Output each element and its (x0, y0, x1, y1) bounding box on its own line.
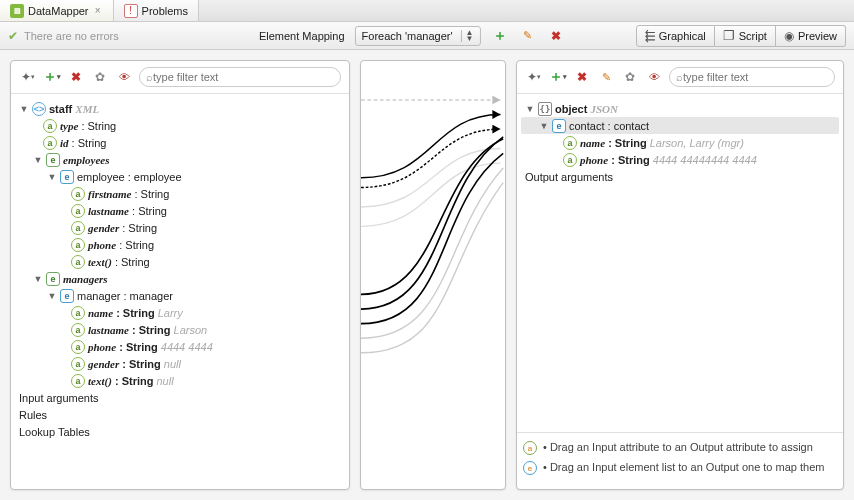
node-label: lastname : String Larson (88, 324, 207, 336)
expand-icon[interactable]: ▼ (525, 104, 535, 114)
delete-mapping-button[interactable]: ✖ (547, 27, 565, 45)
node-input-arguments[interactable]: Input arguments (15, 389, 345, 406)
xml-icon: <> (32, 102, 46, 116)
node-mgr-gender[interactable]: agender : String null (15, 355, 345, 372)
node-staff-id[interactable]: a id : String (15, 134, 345, 151)
delete-button[interactable]: ✖ (573, 68, 591, 86)
hide-button[interactable]: 👁 (645, 68, 663, 86)
settings-button[interactable]: ✿ (621, 68, 639, 86)
node-staff-type[interactable]: a type : String (15, 117, 345, 134)
node-emp-phone[interactable]: aphone : String (15, 236, 345, 253)
node-label: id : String (60, 137, 106, 149)
view-graphical-button[interactable]: ⬱ Graphical (636, 25, 715, 47)
input-search-field[interactable] (153, 71, 334, 83)
node-managers[interactable]: ▼ e managers (15, 270, 345, 287)
node-employee[interactable]: ▼ e employee : employee (15, 168, 345, 185)
node-employees[interactable]: ▼ e employees (15, 151, 345, 168)
input-toolbar: ✦▾ ＋▾ ✖ ✿ 👁 ⌕ (11, 61, 349, 94)
expand-icon[interactable]: ▼ (33, 155, 43, 165)
element-icon: e (46, 153, 60, 167)
add-mapping-button[interactable]: ＋ (491, 27, 509, 45)
node-label: text() : String null (88, 375, 174, 387)
graphical-icon: ⬱ (645, 29, 655, 42)
hint-elem-text: • Drag an Input element list to an Outpu… (543, 461, 824, 473)
node-emp-text[interactable]: atext() : String (15, 253, 345, 270)
node-mgr-text[interactable]: atext() : String null (15, 372, 345, 389)
tab-problems[interactable]: ! Problems (114, 0, 199, 21)
input-tree[interactable]: ▼ <> staff XML a type : String a id : St… (11, 94, 349, 489)
mapping-canvas[interactable] (360, 60, 506, 490)
close-icon[interactable]: × (93, 6, 103, 16)
add-button[interactable]: ＋▾ (549, 68, 567, 86)
tab-label: Problems (142, 5, 188, 17)
settings-button[interactable]: ✿ (91, 68, 109, 86)
view-preview-button[interactable]: ◉ Preview (776, 25, 846, 47)
node-output-arguments[interactable]: Output arguments (521, 168, 839, 185)
element-icon: e (46, 272, 60, 286)
search-icon: ⌕ (146, 71, 153, 83)
node-label: lastname : String (88, 205, 167, 217)
node-staff[interactable]: ▼ <> staff XML (15, 100, 345, 117)
input-panel: ✦▾ ＋▾ ✖ ✿ 👁 ⌕ ▼ <> staff XML a type : St… (10, 60, 350, 490)
node-manager[interactable]: ▼ e manager : manager (15, 287, 345, 304)
node-emp-gender[interactable]: agender : String (15, 219, 345, 236)
problems-tab-icon: ! (124, 4, 138, 18)
attr-icon: a (71, 306, 85, 320)
node-label: Lookup Tables (19, 426, 90, 438)
wand-button[interactable]: ✦▾ (19, 68, 37, 86)
node-emp-lastname[interactable]: alastname : String (15, 202, 345, 219)
attr-icon: a (43, 119, 57, 133)
attr-icon: a (43, 136, 57, 150)
node-label: managers (63, 273, 108, 285)
view-script-button[interactable]: ❐ Script (715, 25, 776, 47)
foreach-dropdown[interactable]: Foreach 'manager' ▲▼ (355, 26, 481, 46)
add-button[interactable]: ＋▾ (43, 68, 61, 86)
expand-icon[interactable]: ▼ (33, 274, 43, 284)
node-lookup-tables[interactable]: Lookup Tables (15, 423, 345, 440)
node-out-name[interactable]: aname : String Larson, Larry (mgr) (521, 134, 839, 151)
node-label: phone : String (88, 239, 154, 251)
node-mgr-name[interactable]: aname : String Larry (15, 304, 345, 321)
hint-attr-text: • Drag an Input attribute to an Output a… (543, 441, 813, 453)
attr-icon: a (71, 340, 85, 354)
expand-icon[interactable]: ▼ (539, 121, 549, 131)
workspace: ✦▾ ＋▾ ✖ ✿ 👁 ⌕ ▼ <> staff XML a type : St… (0, 50, 854, 500)
check-icon: ✔ (8, 29, 18, 43)
node-emp-firstname[interactable]: afirstname : String (15, 185, 345, 202)
node-rules[interactable]: Rules (15, 406, 345, 423)
node-contact[interactable]: ▼ e contact : contact (521, 117, 839, 134)
node-label: firstname : String (88, 188, 169, 200)
node-label: text() : String (88, 256, 150, 268)
expand-icon[interactable]: ▼ (47, 291, 57, 301)
hints-area: a • Drag an Input attribute to an Output… (517, 432, 843, 489)
node-label: name : String Larson, Larry (mgr) (580, 137, 744, 149)
status-left: ✔ There are no errors (8, 29, 119, 43)
node-mgr-lastname[interactable]: alastname : String Larson (15, 321, 345, 338)
output-panel: ✦▾ ＋▾ ✖ ✎ ✿ 👁 ⌕ ▼ {} object JSON ▼ e con… (516, 60, 844, 490)
node-out-phone[interactable]: aphone : String 4444 44444444 4444 (521, 151, 839, 168)
editor-tabs: ▤ DataMapper × ! Problems (0, 0, 854, 22)
wand-button[interactable]: ✦▾ (525, 68, 543, 86)
output-toolbar: ✦▾ ＋▾ ✖ ✎ ✿ 👁 ⌕ (517, 61, 843, 94)
attr-icon: a (71, 221, 85, 235)
delete-button[interactable]: ✖ (67, 68, 85, 86)
edit-mapping-button[interactable]: ✎ (519, 27, 537, 45)
expand-icon[interactable]: ▼ (47, 172, 57, 182)
output-tree[interactable]: ▼ {} object JSON ▼ e contact : contact a… (517, 94, 843, 432)
attr-icon: a (71, 238, 85, 252)
input-search[interactable]: ⌕ (139, 67, 341, 87)
hint-elem-icon: e (523, 461, 537, 475)
output-search-field[interactable] (683, 71, 828, 83)
tab-datamapper[interactable]: ▤ DataMapper × (0, 0, 114, 21)
node-label: phone : String 4444 44444444 4444 (580, 154, 757, 166)
hide-button[interactable]: 👁 (115, 68, 133, 86)
node-mgr-phone[interactable]: aphone : String 4444 4444 (15, 338, 345, 355)
node-label: Output arguments (525, 171, 613, 183)
expand-icon[interactable]: ▼ (19, 104, 29, 114)
element-icon: e (60, 289, 74, 303)
eye-icon: ◉ (784, 29, 794, 43)
node-label: name : String Larry (88, 307, 183, 319)
output-search[interactable]: ⌕ (669, 67, 835, 87)
node-object[interactable]: ▼ {} object JSON (521, 100, 839, 117)
edit-button[interactable]: ✎ (597, 68, 615, 86)
